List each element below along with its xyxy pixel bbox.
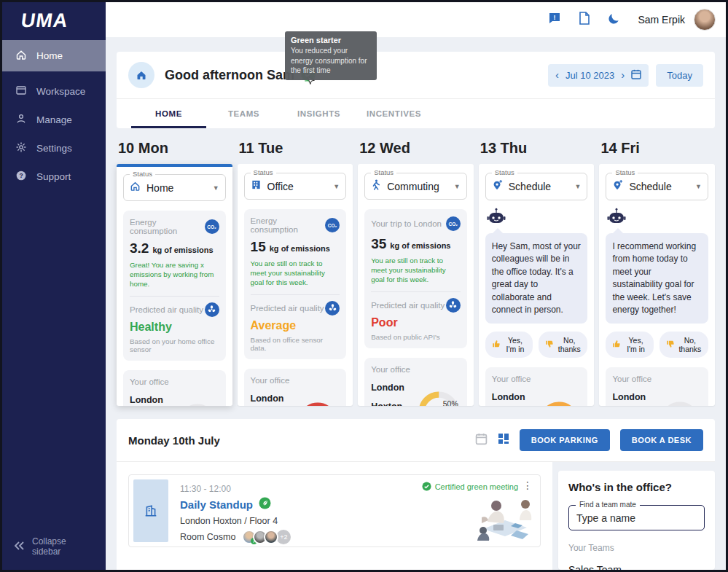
- no-thanks-button[interactable]: No, thanks: [659, 332, 708, 358]
- tooltip-title: Green starter: [291, 36, 371, 44]
- help-icon: ?: [15, 170, 27, 184]
- day-column-fri: 14 Fri Status Schedule ▼: [599, 140, 715, 406]
- tab-insights[interactable]: INSIGHTS: [281, 99, 356, 128]
- app-window: UMA Home Workspace Manage: [0, 0, 728, 572]
- air-title: Predicted air quality: [251, 304, 324, 313]
- sidebar-item-workspace[interactable]: Workspace: [2, 77, 106, 106]
- energy-note: You are still on track to meet your sust…: [251, 259, 340, 288]
- tab-home[interactable]: HOME: [131, 99, 206, 128]
- home-icon: [15, 49, 27, 63]
- office-location: London Hoxton: [251, 389, 298, 406]
- meeting-details: 11:30 - 12:00 Daily Standup London Hoxto…: [180, 479, 291, 542]
- achievement-tooltip: Green starter You reduced your energy co…: [285, 31, 377, 80]
- office-title: Your office: [612, 375, 702, 383]
- sidebar: UMA Home Workspace Manage: [2, 2, 106, 570]
- status-select[interactable]: Status Commuting ▼: [364, 173, 467, 200]
- schedule-body: 11:30 - 12:00 Daily Standup London Hoxto…: [117, 462, 715, 570]
- chevron-down-icon: ▼: [695, 183, 702, 190]
- tab-incentives[interactable]: INCENTIVES: [356, 99, 431, 128]
- co2-icon: CO₂: [325, 218, 340, 232]
- dark-mode-moon-icon[interactable]: [608, 12, 620, 28]
- sidebar-item-home[interactable]: Home: [2, 40, 106, 71]
- sidebar-item-settings[interactable]: Settings: [2, 134, 106, 162]
- energy-unit: kg of emissions: [152, 246, 213, 254]
- current-date: Jul 10 2023: [565, 70, 614, 81]
- calendar-icon[interactable]: [631, 69, 641, 82]
- document-icon[interactable]: [579, 12, 590, 28]
- day-card: Status Schedule ▼ I recommend working fr…: [599, 164, 715, 406]
- environment-panel: Energy consumption CO₂ 3.2 kg of emissio…: [123, 211, 226, 361]
- energy-note: You are still on track to meet your sust…: [371, 256, 461, 285]
- air-note: Based on office sensor data.: [251, 336, 340, 352]
- today-button[interactable]: Today: [656, 64, 703, 87]
- whos-in-office-panel: Who's in the office? Find a team mate Yo…: [558, 471, 715, 570]
- energy-value: 35: [371, 236, 386, 252]
- svg-text:!: !: [554, 14, 556, 21]
- assistant-bot-icon: [607, 208, 708, 229]
- prev-day-chevron[interactable]: ‹: [555, 71, 559, 79]
- no-thanks-button[interactable]: No, thanks: [539, 332, 587, 358]
- logo-text: UMA: [20, 9, 70, 32]
- feedback-alert-icon[interactable]: !: [548, 12, 561, 28]
- air-note: Based on public API's: [371, 333, 461, 341]
- status-label: Status: [612, 168, 638, 176]
- find-teammate-input[interactable]: [576, 512, 697, 524]
- status-label: Status: [251, 168, 276, 176]
- status-select[interactable]: Status Office ▼: [244, 173, 347, 200]
- book-a-desk-button[interactable]: BOOK A DESK: [620, 429, 703, 451]
- meeting-card[interactable]: 11:30 - 12:00 Daily Standup London Hoxto…: [128, 474, 541, 547]
- main-area: ! Sam Erpik Good afternoon Sam: [106, 2, 726, 570]
- status-label: Status: [371, 168, 396, 176]
- office-panel: Your office London Hoxton Floor 7 90% bu…: [244, 369, 347, 406]
- energy-title: Your trip to London: [371, 219, 442, 228]
- day-column-wed: 12 Wed Status Commuting ▼ Your: [358, 140, 474, 406]
- yes-im-in-button[interactable]: Yes, I'm in: [606, 332, 653, 358]
- sidebar-nav: Home Workspace Manage Settings: [2, 40, 106, 191]
- grid-view-icon[interactable]: [498, 433, 509, 447]
- occupancy-gauge: 50% average: [418, 391, 461, 406]
- meeting-location: London Hoxton / Floor 4: [180, 516, 291, 526]
- book-parking-button[interactable]: BOOK PARKING: [520, 429, 610, 451]
- content: Good afternoon Sam ‹ Jul 10 2023 ›: [106, 37, 726, 570]
- energy-value: 3.2: [130, 240, 149, 256]
- day-label: 10 Mon: [118, 140, 232, 157]
- thumbs-up-icon: [492, 340, 501, 350]
- office-title: Your office: [130, 377, 219, 386]
- assistant-actions: Yes, I'm in No, thanks: [606, 332, 708, 358]
- schedule-section: Monday 10th July BOOK PARKING BOOK A DES…: [117, 419, 715, 570]
- status-value: Commuting: [387, 181, 439, 192]
- office-status-icon: [251, 179, 262, 193]
- day-card: Status Commuting ▼ Your trip to London C…: [358, 164, 474, 406]
- sidebar-item-manage[interactable]: Manage: [2, 106, 106, 134]
- office-panel: Your office London Hoxton Floor 7 10% qu…: [606, 367, 708, 406]
- sidebar-item-support[interactable]: ? Support: [2, 162, 106, 191]
- collapse-label: Collapse sidebar: [32, 536, 94, 557]
- svg-text:?: ?: [19, 172, 23, 179]
- sidebar-item-label: Workspace: [36, 86, 85, 97]
- meeting-title[interactable]: Daily Standup: [180, 498, 253, 511]
- calendar-view-icon[interactable]: [475, 433, 488, 448]
- workspace-icon: [15, 85, 27, 98]
- status-select[interactable]: Status Schedule ▼: [606, 173, 708, 200]
- home-circle-icon: [128, 62, 154, 88]
- next-day-chevron[interactable]: ›: [621, 71, 625, 79]
- chevron-down-icon: ▼: [213, 184, 219, 192]
- gear-icon: [15, 141, 27, 155]
- meeting-menu-icon[interactable]: ⋮: [522, 479, 533, 491]
- office-title: Your office: [371, 365, 461, 374]
- yes-im-in-button[interactable]: Yes, I'm in: [485, 332, 533, 358]
- tab-teams[interactable]: TEAMS: [206, 99, 281, 128]
- office-location: London Hoxton: [130, 391, 177, 406]
- status-select[interactable]: Status Schedule ▼: [485, 173, 588, 200]
- status-select[interactable]: Status Home ▼: [123, 174, 226, 201]
- air-title: Predicted air quality: [371, 301, 445, 310]
- assistant-message: Hey Sam, most of your colleagues will be…: [485, 233, 588, 324]
- user-menu[interactable]: Sam Erpik: [638, 9, 716, 31]
- office-location: London Hoxton: [612, 388, 659, 406]
- greeting-header: Good afternoon Sam ‹ Jul 10 2023 ›: [117, 52, 715, 98]
- energy-title: Energy consumption: [251, 216, 326, 234]
- find-teammate-label: Find a team mate: [576, 501, 640, 509]
- collapse-sidebar-button[interactable]: Collapse sidebar: [2, 523, 106, 570]
- status-value: Office: [267, 181, 294, 192]
- find-teammate-field: Find a team mate: [568, 505, 705, 530]
